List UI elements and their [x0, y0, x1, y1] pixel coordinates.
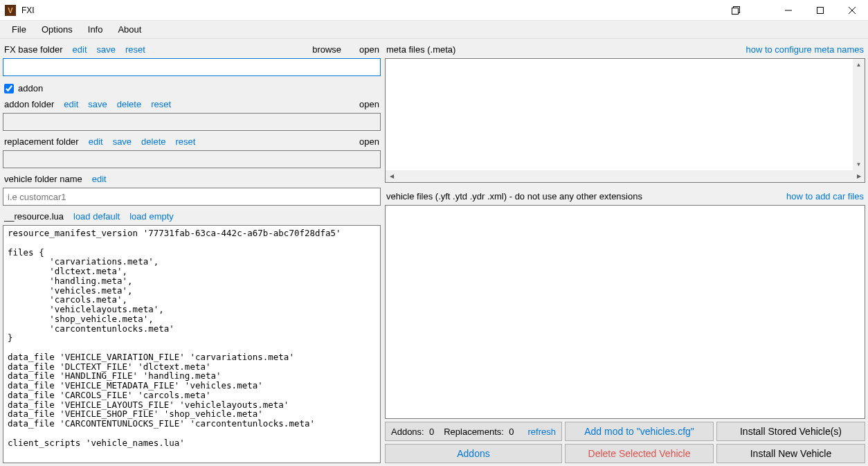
meta-files-listbox[interactable]: ▲ ▼ ◀ ▶ [385, 58, 865, 183]
replacement-folder-input[interactable] [3, 150, 381, 168]
addon-folder-label: addon folder [4, 99, 54, 109]
vehicle-files-help-link[interactable]: how to add car files [786, 191, 864, 201]
maximize-button[interactable] [804, 0, 836, 21]
restore-down-aux-icon[interactable] [720, 0, 752, 21]
resource-label: __resource.lua [4, 211, 64, 222]
fx-base-reset-link[interactable]: reset [125, 44, 145, 55]
fx-base-label: FX base folder [4, 44, 63, 55]
resource-load-default-link[interactable]: load default [73, 211, 120, 222]
replacements-count-label: Replacements: [444, 427, 504, 437]
titlebar: V FXI [0, 0, 868, 21]
main-area: FX base folder edit save reset browse op… [0, 39, 868, 466]
resource-row: __resource.lua load default load empty [3, 208, 381, 224]
vehicle-folder-row: vehicle folder name edit [3, 171, 381, 186]
refresh-link[interactable]: refresh [528, 427, 556, 437]
scrollbar-horizontal[interactable]: ◀ ▶ [386, 170, 865, 182]
scroll-up-icon[interactable]: ▲ [853, 59, 865, 71]
fx-base-edit-link[interactable]: edit [73, 44, 87, 55]
close-button[interactable] [836, 0, 868, 21]
meta-files-help-link[interactable]: how to configure meta names [745, 44, 864, 55]
vehicle-folder-edit-link[interactable]: edit [92, 174, 107, 184]
fx-base-open-link[interactable]: open [359, 44, 379, 55]
vehicle-files-listbox[interactable] [385, 205, 865, 419]
minimize-button[interactable] [772, 0, 804, 21]
replacement-folder-delete-link[interactable]: delete [141, 136, 165, 147]
addon-checkbox-row: addon [3, 83, 381, 93]
right-column: meta files (.meta) how to configure meta… [385, 39, 865, 463]
meta-files-label: meta files (.meta) [386, 44, 455, 55]
replacements-count: 0 [509, 427, 514, 437]
bottom-buttons: Addons: 0 Replacements: 0 refresh Add mo… [385, 422, 865, 463]
addon-folder-input[interactable] [3, 113, 381, 131]
menu-file[interactable]: File [4, 21, 34, 37]
replacement-folder-reset-link[interactable]: reset [176, 136, 196, 147]
fx-base-row: FX base folder edit save reset browse op… [3, 42, 381, 57]
add-mod-button[interactable]: Add mod to "vehicles.cfg" [565, 422, 714, 441]
vehicle-files-header: vehicle files (.yft .ytd .ydr .xml) - do… [385, 188, 865, 204]
svg-rect-3 [817, 7, 824, 13]
menu-about[interactable]: About [110, 21, 149, 37]
delete-selected-button[interactable]: Delete Selected Vehicle [565, 444, 714, 463]
addon-checkbox[interactable] [4, 84, 14, 93]
counts-cell: Addons: 0 Replacements: 0 refresh [385, 422, 562, 441]
scroll-right-icon[interactable]: ▶ [853, 170, 865, 182]
fx-base-input[interactable] [3, 58, 381, 76]
scrollbar-vertical[interactable]: ▲ ▼ [853, 59, 865, 170]
replacement-folder-label: replacement folder [4, 136, 79, 147]
vehicle-files-label: vehicle files (.yft .ytd .ydr .xml) - do… [386, 191, 642, 201]
addon-folder-open-link[interactable]: open [359, 99, 379, 109]
addons-count-label: Addons: [391, 427, 424, 437]
install-new-button[interactable]: Install New Vehicle [716, 444, 865, 463]
replacement-folder-open-link[interactable]: open [359, 136, 379, 147]
menubar: File Options Info About [0, 21, 868, 39]
svg-rect-1 [732, 8, 739, 14]
addons-count: 0 [429, 427, 434, 437]
resource-load-empty-link[interactable]: load empty [129, 211, 174, 222]
left-column: FX base folder edit save reset browse op… [3, 39, 381, 463]
replacement-folder-edit-link[interactable]: edit [89, 136, 103, 147]
fx-base-save-link[interactable]: save [97, 44, 116, 55]
resource-textarea[interactable] [3, 225, 381, 463]
vehicle-folder-input[interactable] [3, 188, 381, 206]
replacement-folder-row: replacement folder edit save delete rese… [3, 134, 381, 149]
addon-folder-save-link[interactable]: save [88, 99, 107, 109]
menu-options[interactable]: Options [34, 21, 80, 37]
addon-folder-delete-link[interactable]: delete [117, 99, 141, 109]
app-icon: V [5, 5, 16, 16]
addon-folder-row: addon folder edit save delete reset open [3, 96, 381, 111]
addon-folder-reset-link[interactable]: reset [151, 99, 171, 109]
scroll-left-icon[interactable]: ◀ [386, 170, 397, 182]
meta-files-header: meta files (.meta) how to configure meta… [385, 42, 865, 57]
addon-checkbox-label: addon [18, 83, 43, 93]
window-title: FXI [21, 6, 35, 15]
replacement-folder-save-link[interactable]: save [113, 136, 132, 147]
install-stored-button[interactable]: Install Stored Vehicle(s) [716, 422, 865, 441]
vehicle-folder-label: vehicle folder name [4, 174, 82, 184]
addon-folder-edit-link[interactable]: edit [64, 99, 78, 109]
addons-button[interactable]: Addons [385, 444, 562, 463]
scroll-down-icon[interactable]: ▼ [853, 159, 865, 170]
fx-base-browse-link[interactable]: browse [312, 44, 341, 55]
menu-info[interactable]: Info [80, 21, 111, 37]
